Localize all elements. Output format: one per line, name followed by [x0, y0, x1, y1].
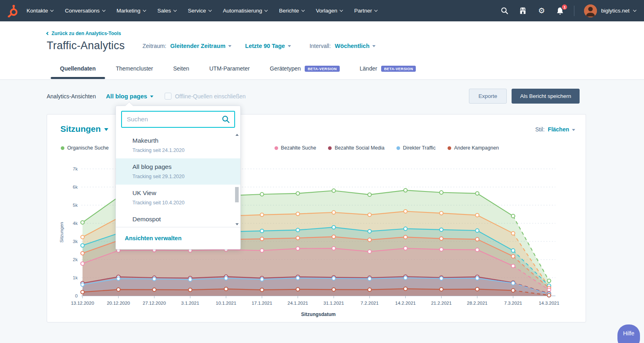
views-selected-value: All blog pages	[106, 93, 147, 100]
traffic-analytics-page: KontakteConversationsMarketingSalesServi…	[0, 0, 644, 343]
notifications-icon[interactable]: 1	[555, 6, 564, 15]
zeitraum-range-dropdown[interactable]: Letzte 90 Tage	[245, 43, 291, 49]
tab-seiten[interactable]: Seiten	[163, 63, 199, 79]
style-dropdown[interactable]: Stil: Flächen	[535, 126, 575, 133]
svg-text:7k: 7k	[73, 166, 78, 171]
tab-utm-parameter[interactable]: UTM-Parameter	[199, 63, 260, 79]
page-title: Traffic-Analytics	[47, 39, 125, 52]
nav-item-vorlagen[interactable]: Vorlagen	[316, 8, 343, 14]
views-list-item[interactable]: UK ViewTracking seit 10.4.2020	[116, 185, 240, 211]
help-button[interactable]: Hilfe	[617, 324, 640, 343]
svg-text:Sitzungsdatum: Sitzungsdatum	[301, 312, 336, 317]
legend-item[interactable]: Direkter Traffic	[396, 145, 436, 151]
avatar	[584, 4, 597, 17]
chevron-down-icon	[633, 8, 636, 11]
chevron-down-icon	[208, 8, 211, 11]
offline-sources-checkbox[interactable]	[165, 93, 171, 100]
views-label: Analytics-Ansichten	[47, 93, 96, 100]
legend-dot-icon	[448, 146, 451, 150]
svg-text:7.3.2021: 7.3.2021	[504, 301, 522, 306]
views-list-item[interactable]: Demospot	[116, 211, 240, 227]
beta-badge: BETA-VERSION	[381, 66, 416, 72]
views-list: MakeurthTracking seit 24.1.2020All blog …	[116, 132, 240, 227]
scroll-up-icon[interactable]	[235, 134, 239, 136]
search-icon	[222, 115, 230, 125]
views-dropdown-trigger[interactable]: All blog pages	[106, 93, 153, 100]
title-row: Traffic-Analytics Zeitraum: Gleitender Z…	[47, 39, 376, 52]
chevron-down-icon	[264, 8, 268, 11]
svg-text:28.2.2021: 28.2.2021	[467, 301, 487, 306]
caret-down-icon	[228, 45, 231, 47]
nav-item-kontakte[interactable]: Kontakte	[27, 8, 53, 14]
nav-item-partner[interactable]: Partner	[354, 8, 377, 14]
svg-text:17.1.2021: 17.1.2021	[252, 301, 272, 306]
zeitraum-type-value: Gleitender Zeitraum	[170, 43, 225, 49]
style-label: Stil:	[535, 126, 545, 133]
notification-badge: 1	[561, 4, 568, 10]
svg-text:5k: 5k	[73, 203, 78, 208]
scrollbar-thumb[interactable]	[235, 187, 239, 202]
intervall-label: Intervall:	[310, 43, 331, 49]
zeitraum-type-dropdown[interactable]: Gleitender Zeitraum	[170, 43, 231, 49]
legend-item[interactable]: Bezahlte Social Media	[328, 145, 384, 151]
svg-text:0: 0	[75, 293, 78, 298]
legend-dot-icon	[328, 146, 332, 150]
svg-text:27.12.2020: 27.12.2020	[143, 301, 166, 306]
tab-themencluster[interactable]: Themencluster	[106, 63, 163, 79]
views-list-item[interactable]: All blog pagesTracking seit 29.1.2020	[116, 158, 240, 185]
export-button[interactable]: Exporte	[469, 89, 507, 104]
nav-item-berichte[interactable]: Berichte	[279, 8, 304, 14]
svg-text:4k: 4k	[73, 221, 78, 226]
legend-dot-icon	[275, 146, 278, 150]
intervall-dropdown[interactable]: Wöchentlich	[335, 43, 376, 49]
legend-item[interactable]: Andere Kampagnen	[448, 145, 499, 151]
caret-down-icon	[104, 128, 108, 131]
nav-item-service[interactable]: Service	[188, 8, 211, 14]
breadcrumb-back-link[interactable]: Zurück zu den Analytics-Tools	[47, 31, 121, 36]
search-icon[interactable]	[500, 6, 509, 15]
intervall-value: Wöchentlich	[335, 43, 369, 49]
hubspot-logo-icon[interactable]	[6, 4, 19, 18]
save-as-report-button[interactable]: Als Bericht speichern	[512, 89, 580, 104]
svg-text:14.2.2021: 14.2.2021	[395, 301, 416, 306]
controls-row: Analytics-Ansichten All blog pages Offli…	[47, 89, 580, 104]
action-buttons: Exporte Als Bericht speichern	[469, 89, 580, 104]
nav-item-marketing[interactable]: Marketing	[117, 8, 146, 14]
svg-text:2k: 2k	[73, 257, 78, 262]
metric-dropdown[interactable]: Sitzungen	[60, 124, 108, 134]
nav-menu: KontakteConversationsMarketingSalesServi…	[27, 8, 377, 14]
svg-text:Sitzungen: Sitzungen	[59, 222, 64, 243]
settings-icon[interactable]: ⚙	[537, 6, 546, 15]
legend-item[interactable]: Organische Suche	[61, 145, 109, 151]
breadcrumb-label: Zurück zu den Analytics-Tools	[52, 31, 121, 36]
tab-l-nder[interactable]: LänderBETA-VERSION	[350, 63, 426, 79]
tab-ger-tetypen[interactable]: GerätetypenBETA-VERSION	[260, 63, 349, 79]
svg-text:13.12.2020: 13.12.2020	[71, 301, 94, 306]
caret-down-icon	[372, 45, 376, 47]
svg-text:20.12.2020: 20.12.2020	[107, 301, 130, 306]
views-list-item[interactable]: MakeurthTracking seit 24.1.2020	[116, 132, 240, 158]
nav-right: ⚙ 1 biglytics.net	[500, 4, 636, 17]
svg-text:3.1.2021: 3.1.2021	[181, 301, 199, 306]
marketplace-icon[interactable]	[518, 6, 527, 15]
svg-text:14.3.2021: 14.3.2021	[539, 301, 559, 306]
svg-text:31.1.2021: 31.1.2021	[324, 301, 344, 306]
legend-item[interactable]: Bezahlte Suche	[275, 145, 316, 151]
account-name: biglytics.net	[601, 8, 630, 14]
scrollbar[interactable]	[235, 132, 239, 227]
chevron-down-icon	[301, 8, 305, 11]
zeitraum-label: Zeitraum:	[142, 43, 166, 49]
manage-views-link[interactable]: Ansichten verwalten	[125, 235, 182, 241]
offline-sources-label: Offline-Quellen einschließen	[175, 93, 246, 100]
nav-item-conversations[interactable]: Conversations	[65, 8, 105, 14]
views-search-input[interactable]	[121, 111, 235, 128]
svg-text:7.2.2021: 7.2.2021	[361, 301, 379, 306]
nav-item-automatisierung[interactable]: Automatisierung	[223, 8, 268, 14]
beta-badge: BETA-VERSION	[305, 66, 339, 72]
legend-dot-icon	[396, 146, 400, 150]
account-menu[interactable]: biglytics.net	[584, 4, 636, 17]
views-dropdown-panel: MakeurthTracking seit 24.1.2020All blog …	[116, 106, 241, 249]
scroll-down-icon[interactable]	[235, 223, 239, 225]
nav-item-sales[interactable]: Sales	[157, 8, 176, 14]
tab-quellendaten[interactable]: Quellendaten	[50, 63, 106, 79]
